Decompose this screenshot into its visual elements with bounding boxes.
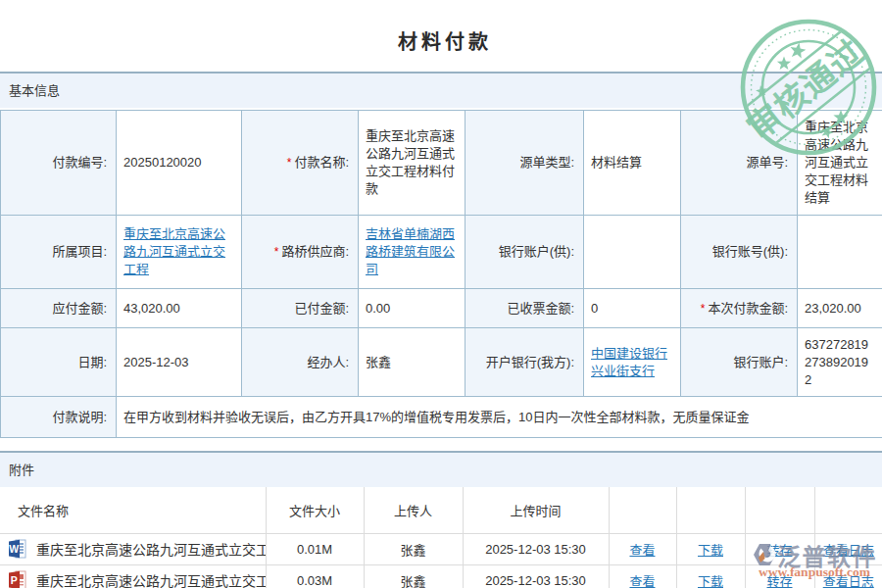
svg-text:W: W [9,543,19,555]
svg-text:P: P [11,574,18,586]
